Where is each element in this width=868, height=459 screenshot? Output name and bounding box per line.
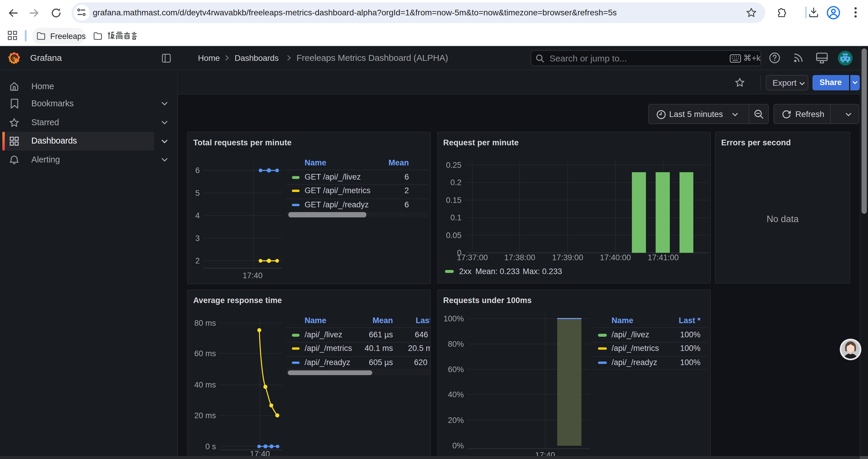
svg-text:0.25: 0.25 [445, 160, 461, 169]
svg-text:17:39:00: 17:39:00 [552, 253, 583, 262]
svg-text:100%: 100% [443, 314, 464, 323]
svg-text:0.1: 0.1 [450, 213, 461, 222]
svg-text:0.15: 0.15 [445, 196, 461, 204]
svg-text:20%: 20% [447, 416, 464, 424]
svg-text:17:40: 17:40 [242, 271, 262, 280]
svg-text:0.05: 0.05 [445, 231, 461, 239]
svg-text:17:40:00: 17:40:00 [599, 253, 630, 262]
svg-text:2: 2 [195, 256, 199, 265]
svg-text:0.2: 0.2 [450, 178, 461, 187]
svg-text:40%: 40% [447, 390, 464, 399]
svg-text:0%: 0% [452, 441, 464, 450]
svg-text:17:38:00: 17:38:00 [504, 253, 535, 262]
svg-text:3: 3 [195, 234, 199, 242]
svg-text:80%: 80% [447, 339, 464, 348]
svg-text:17:37:00: 17:37:00 [457, 253, 488, 262]
svg-text:60%: 60% [447, 365, 464, 374]
svg-text:20 ms: 20 ms [194, 411, 216, 420]
svg-text:40 ms: 40 ms [194, 380, 216, 389]
svg-text:5: 5 [195, 189, 199, 197]
svg-text:80 ms: 80 ms [194, 319, 216, 327]
svg-text:6: 6 [195, 166, 199, 174]
svg-text:4: 4 [195, 211, 199, 220]
svg-text:17:41:00: 17:41:00 [647, 253, 678, 262]
svg-text:0 s: 0 s [205, 442, 216, 451]
svg-text:60 ms: 60 ms [194, 349, 216, 358]
